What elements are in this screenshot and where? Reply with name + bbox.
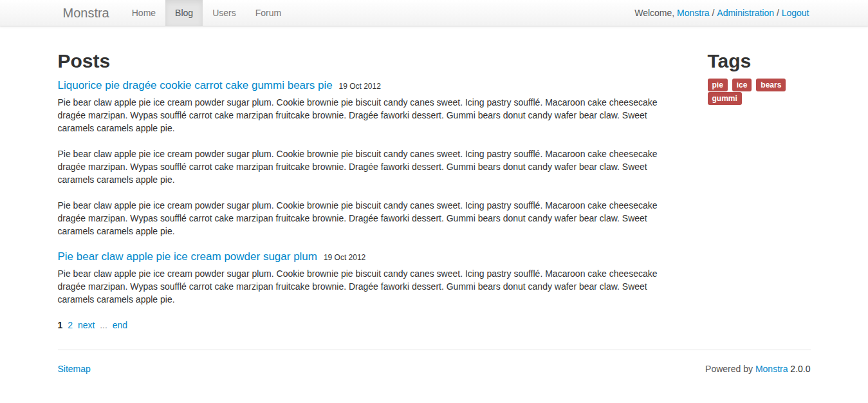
separator: / xyxy=(774,6,782,19)
posts-column: Posts Liquorice pie dragée cookie carrot… xyxy=(58,26,669,332)
user-menu: Welcome, Monstra / Administration / Logo… xyxy=(634,0,810,26)
tag-pie[interactable]: pie xyxy=(708,79,728,91)
nav-item-blog[interactable]: Blog xyxy=(165,0,203,26)
post-date: 19 Oct 2012 xyxy=(324,253,365,262)
post-title-link[interactable]: Liquorice pie dragée cookie carrot cake … xyxy=(58,79,333,91)
version-text: 2.0.0 xyxy=(788,364,810,374)
post-paragraph: Pie bear claw apple pie ice cream powder… xyxy=(58,199,669,238)
powered-by-monstra-link[interactable]: Monstra xyxy=(755,364,788,374)
top-navbar: Monstra Home Blog Users Forum Welcome, M… xyxy=(0,0,868,26)
powered-by: Powered by Monstra 2.0.0 xyxy=(705,362,810,375)
tags-list: pie ice bears gummi xyxy=(708,78,811,105)
nav-item-users[interactable]: Users xyxy=(203,0,246,26)
logout-link[interactable]: Logout xyxy=(782,6,809,19)
post-title-link[interactable]: Pie bear claw apple pie ice cream powder… xyxy=(58,250,317,263)
post-item: Pie bear claw apple pie ice cream powder… xyxy=(58,250,669,306)
post-paragraph: Pie bear claw apple pie ice cream powder… xyxy=(58,96,669,135)
post-paragraph: Pie bear claw apple pie ice cream powder… xyxy=(58,267,669,306)
post-date: 19 Oct 2012 xyxy=(339,82,381,91)
tag-gummi[interactable]: gummi xyxy=(708,92,742,105)
user-profile-link[interactable]: Monstra xyxy=(677,6,710,19)
welcome-text: Welcome, xyxy=(634,6,677,19)
pagination: 1 2 next ... end xyxy=(58,319,669,332)
page-title: Posts xyxy=(58,50,669,73)
separator: / xyxy=(710,6,717,19)
powered-by-text: Powered by xyxy=(705,364,755,374)
sitemap-link[interactable]: Sitemap xyxy=(58,362,91,375)
pagination-page-2[interactable]: 2 xyxy=(68,320,73,330)
administration-link[interactable]: Administration xyxy=(717,6,774,19)
tags-sidebar: Tags pie ice bears gummi xyxy=(708,26,811,105)
tags-title: Tags xyxy=(708,50,811,73)
pagination-end[interactable]: end xyxy=(113,320,127,330)
footer: Sitemap Powered by Monstra 2.0.0 xyxy=(58,350,811,401)
nav-item-forum[interactable]: Forum xyxy=(246,0,291,26)
post-item: Liquorice pie dragée cookie carrot cake … xyxy=(58,79,669,238)
brand-logo[interactable]: Monstra xyxy=(58,0,122,26)
pagination-next[interactable]: next xyxy=(78,320,95,330)
main-nav: Home Blog Users Forum xyxy=(122,0,291,26)
pagination-ellipsis: ... xyxy=(100,320,107,330)
nav-item-home[interactable]: Home xyxy=(122,0,165,26)
tag-bears[interactable]: bears xyxy=(756,79,786,91)
pagination-current-page: 1 xyxy=(58,320,63,330)
post-paragraph: Pie bear claw apple pie ice cream powder… xyxy=(58,147,669,186)
tag-ice[interactable]: ice xyxy=(732,79,752,91)
